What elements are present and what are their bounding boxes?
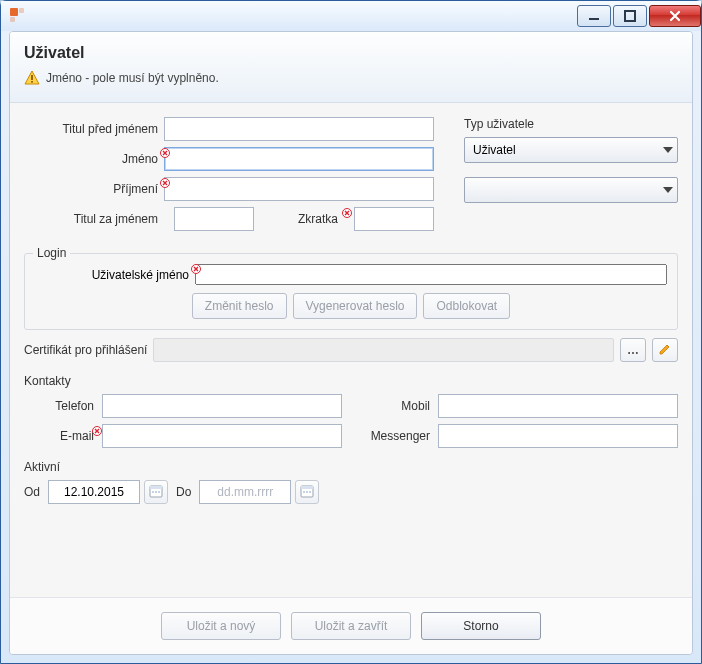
required-icon xyxy=(160,148,170,158)
form-body: Titul před jménem Jméno xyxy=(10,103,692,597)
svg-rect-15 xyxy=(155,491,157,493)
username-input[interactable] xyxy=(195,264,667,285)
label-title-after: Titul za jménem xyxy=(24,212,164,226)
close-button[interactable] xyxy=(649,5,701,27)
label-to: Do xyxy=(176,485,191,499)
calendar-icon xyxy=(149,484,163,501)
label-from: Od xyxy=(24,485,40,499)
svg-rect-21 xyxy=(309,491,311,493)
required-icon xyxy=(92,425,102,439)
validation-message: Jméno - pole musí být vyplněno. xyxy=(24,70,678,86)
svg-rect-0 xyxy=(10,8,18,16)
pencil-icon xyxy=(658,342,672,359)
footer: Uložit a nový Uložit a zavřít Storno xyxy=(10,597,692,654)
svg-rect-2 xyxy=(10,17,15,22)
title-before-input[interactable] xyxy=(164,117,434,141)
svg-rect-13 xyxy=(150,486,162,489)
last-name-input[interactable] xyxy=(164,177,434,201)
generate-password-button[interactable]: Vygenerovat heslo xyxy=(293,293,418,319)
contacts-group: Kontakty Telefon Mobil E-mail Messenger xyxy=(24,374,678,448)
secondary-select[interactable] xyxy=(464,177,678,203)
svg-rect-18 xyxy=(301,486,313,489)
client-area: Uživatel Jméno - pole musí být vyplněno. xyxy=(9,31,693,655)
label-mobile: Mobil xyxy=(350,399,430,413)
user-type-select[interactable]: Uživatel xyxy=(464,137,678,163)
abbrev-input[interactable] xyxy=(354,207,434,231)
active-group: Aktivní Od Do xyxy=(24,460,678,504)
cert-browse-button[interactable]: … xyxy=(620,338,646,362)
label-first-name: Jméno xyxy=(24,152,164,166)
required-icon xyxy=(160,178,170,188)
svg-rect-1 xyxy=(19,8,24,13)
active-from-input[interactable] xyxy=(48,480,140,504)
email-input[interactable] xyxy=(102,424,342,448)
svg-rect-20 xyxy=(306,491,308,493)
label-messenger: Messenger xyxy=(350,429,430,443)
login-legend: Login xyxy=(33,246,70,260)
titlebar xyxy=(1,1,701,31)
page-title: Uživatel xyxy=(24,44,678,62)
calendar-icon xyxy=(300,484,314,501)
save-and-close-button[interactable]: Uložit a zavřít xyxy=(291,612,411,640)
phone-input[interactable] xyxy=(102,394,342,418)
login-group: Login Uživatelské jméno Změnit heslo Vyg… xyxy=(24,253,678,330)
label-last-name: Příjmení xyxy=(24,182,164,196)
svg-rect-3 xyxy=(589,18,599,20)
app-icon xyxy=(9,7,27,25)
svg-rect-16 xyxy=(158,491,160,493)
form-header: Uživatel Jméno - pole musí být vyplněno. xyxy=(10,32,692,103)
window: Uživatel Jméno - pole musí být vyplněno. xyxy=(0,0,702,664)
warning-icon xyxy=(24,70,40,86)
label-user-type: Typ uživatele xyxy=(464,117,678,131)
required-icon xyxy=(342,208,352,218)
active-to-input[interactable] xyxy=(199,480,291,504)
label-email: E-mail xyxy=(24,429,94,443)
validation-text: Jméno - pole musí být vyplněno. xyxy=(46,71,219,85)
minimize-button[interactable] xyxy=(577,5,611,27)
cert-edit-button[interactable] xyxy=(652,338,678,362)
title-after-input[interactable] xyxy=(174,207,254,231)
active-legend: Aktivní xyxy=(24,460,678,474)
chevron-down-icon xyxy=(663,147,673,153)
maximize-button[interactable] xyxy=(613,5,647,27)
label-title-before: Titul před jménem xyxy=(24,122,164,136)
first-name-input[interactable] xyxy=(164,147,434,171)
label-cert: Certifikát pro přihlášení xyxy=(24,343,147,357)
svg-rect-4 xyxy=(625,11,635,21)
save-and-new-button[interactable]: Uložit a nový xyxy=(161,612,281,640)
svg-rect-5 xyxy=(31,75,33,80)
user-type-selected: Uživatel xyxy=(473,143,516,157)
label-username: Uživatelské jméno xyxy=(35,268,195,282)
required-icon xyxy=(191,264,201,274)
calendar-to-button[interactable] xyxy=(295,480,319,504)
svg-rect-14 xyxy=(152,491,154,493)
svg-rect-19 xyxy=(303,491,305,493)
messenger-input[interactable] xyxy=(438,424,678,448)
ellipsis-icon: … xyxy=(627,343,639,357)
label-abbrev: Zkratka xyxy=(298,212,344,226)
unlock-button[interactable]: Odblokovat xyxy=(423,293,510,319)
change-password-button[interactable]: Změnit heslo xyxy=(192,293,287,319)
cancel-button[interactable]: Storno xyxy=(421,612,541,640)
cert-display xyxy=(153,338,614,362)
mobile-input[interactable] xyxy=(438,394,678,418)
chevron-down-icon xyxy=(663,187,673,193)
svg-rect-6 xyxy=(31,81,33,83)
label-phone: Telefon xyxy=(24,399,94,413)
calendar-from-button[interactable] xyxy=(144,480,168,504)
contacts-legend: Kontakty xyxy=(24,374,678,388)
